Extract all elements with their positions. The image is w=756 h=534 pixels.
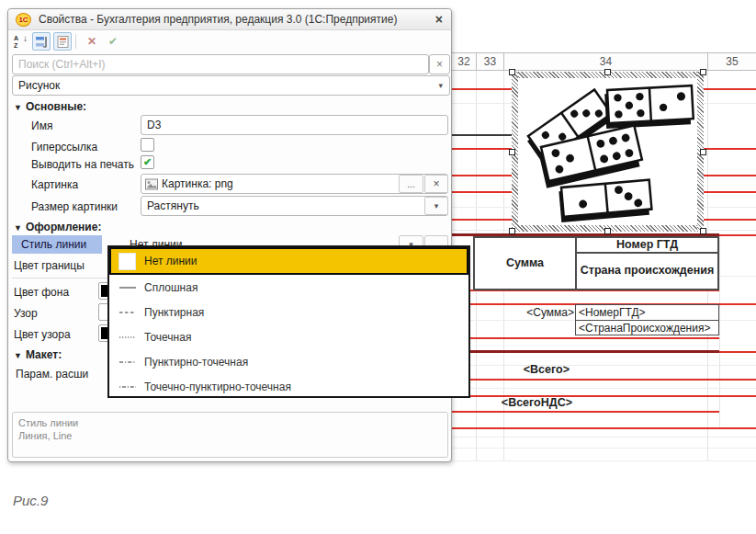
group-by-category-icon [35,35,49,49]
dialog-title: Свойства - Бухгалтерия предприятия, реда… [39,13,397,26]
object-type-value: Рисунок [13,79,60,92]
check-icon: ✔ [143,156,152,168]
line-style-dropdown: Нет линии Сплошная Пунктирная Точечная П… [107,245,470,398]
name-field[interactable]: D3 [141,115,448,135]
gridline-horizontal [451,448,756,449]
print-label: Выводить на печать [31,158,134,171]
pattern-label: Узор [14,307,38,320]
cell-total-vat-field[interactable]: <ВсегоНДС> [468,396,572,411]
dominoes-image [519,79,696,224]
resize-handle-e[interactable] [700,149,706,155]
resize-handle-w[interactable] [509,149,515,155]
collapse-triangle-icon: ▼ [14,103,22,112]
search-input[interactable] [13,58,428,71]
search-field[interactable] [12,54,429,74]
toolbar-separator [75,34,76,49]
picture-clear-button[interactable]: × [424,175,448,193]
apply-icon [108,35,118,48]
dark-red-grid-line [451,350,719,353]
object-type-combo[interactable]: Рисунок ▾ [12,75,450,96]
collapse-triangle-icon: ▼ [14,223,22,233]
sort-alphabetical-button[interactable]: ↓ [11,32,29,51]
no-line-swatch-icon [118,253,136,270]
resize-handle-ne[interactable] [700,69,706,75]
screenshot-root: { "window": { "title": "Свойства - Бухга… [0,0,756,534]
red-grid-line [451,427,756,429]
cell-total-field[interactable]: <Всего> [478,363,570,378]
resize-handle-n[interactable] [604,69,611,75]
cell-sum-field[interactable]: <Сумма> [459,306,574,320]
gridline-horizontal [451,460,756,461]
revert-button[interactable] [83,32,101,51]
resize-handle-sw[interactable] [509,228,515,234]
red-grid-line [451,411,719,413]
column-header-34[interactable]: 34 [503,52,707,71]
close-icon[interactable]: × [435,12,443,27]
cell-country-header[interactable]: Страна происхождения [575,252,719,290]
dotted-line-icon [118,335,137,340]
red-grid-line [719,351,756,353]
section-main[interactable]: ▼Основные: [14,100,86,113]
solid-line-icon [118,285,137,290]
picture-value: Картинка: png [158,177,233,190]
dropdown-item-solid[interactable]: Сплошная [109,275,468,300]
picture-size-label: Размер картинки [31,200,118,213]
dot-dash-dot-line-icon [118,384,137,390]
resize-handle-s[interactable] [604,228,611,234]
layout-param-label: Парам. расши [16,368,88,381]
revert-icon [87,35,96,48]
cell-country-field[interactable]: <СтранаПроисхождения> [575,320,719,335]
important-properties-icon [56,35,70,49]
picture-size-arrow-button[interactable]: ▾ [424,197,448,215]
bg-color-label: Цвет фона [14,286,69,299]
picture-label: Картинка [31,178,78,191]
chevron-down-icon[interactable]: ▾ [438,81,443,90]
cell-sum-header[interactable]: Сумма [473,236,577,290]
figure-caption: Рис.9 [13,493,48,508]
dropdown-item-no-line[interactable]: Нет линии [109,247,468,275]
column-header-32[interactable]: 32 [451,52,476,71]
1c-logo-icon: 1С [16,13,31,27]
gridline-horizontal [451,388,756,389]
important-properties-button[interactable] [53,32,72,51]
search-clear-button[interactable]: × [429,54,450,74]
pattern-color-label: Цвет узора [14,328,71,341]
property-description-box: Стиль линии Линия, Line [12,412,448,458]
resize-handle-nw[interactable] [509,69,515,75]
dropdown-item-dashed[interactable]: Пунктирная [109,300,468,324]
red-grid-line [451,379,756,381]
group-by-category-button[interactable] [32,32,51,51]
black-grid-line [451,134,515,136]
column-header-33[interactable]: 33 [476,52,503,71]
description-property-name: Стиль линии [18,416,442,429]
section-appearance[interactable]: ▼Оформление: [14,221,101,233]
section-layout[interactable]: ▼Макет: [14,348,62,361]
dialog-toolbar: ↓ [8,30,451,52]
picture-size-combo[interactable]: Растянуть [141,196,448,216]
line-style-label[interactable]: Стиль линии [12,235,102,254]
print-checkbox[interactable]: ✔ [141,155,154,169]
dashed-line-icon [118,310,137,315]
collapse-triangle-icon: ▼ [14,351,22,360]
dropdown-item-dot-dash-dot[interactable]: Точечно-пунктирно-точечная [109,374,468,399]
cell-gtd-field[interactable]: <НомерГТД> [575,304,719,321]
dash-dot-line-icon [118,359,137,365]
red-grid-line [719,234,756,236]
picture-object[interactable] [512,72,704,232]
dialog-titlebar[interactable]: 1С Свойства - Бухгалтерия предприятия, р… [8,9,451,30]
sort-alphabetical-icon: ↓ [13,34,28,49]
picture-icon [145,178,158,190]
description-property-type: Линия, Line [18,429,442,442]
dropdown-item-dotted[interactable]: Точечная [109,324,468,349]
cell-gtd-header[interactable]: Номер ГТД [575,236,719,253]
column-header-35[interactable]: 35 [707,52,756,71]
hyperlink-label: Гиперссылка [31,141,97,153]
gridline-vertical [719,234,720,427]
apply-button[interactable] [104,32,122,51]
resize-handle-se[interactable] [700,228,706,234]
clear-icon: × [436,58,443,71]
dropdown-item-dash-dot[interactable]: Пунктирно-точечная [109,349,468,374]
border-color-label: Цвет границы [14,259,85,272]
hyperlink-checkbox[interactable] [141,138,154,152]
picture-select-button[interactable]: ... [399,175,423,193]
